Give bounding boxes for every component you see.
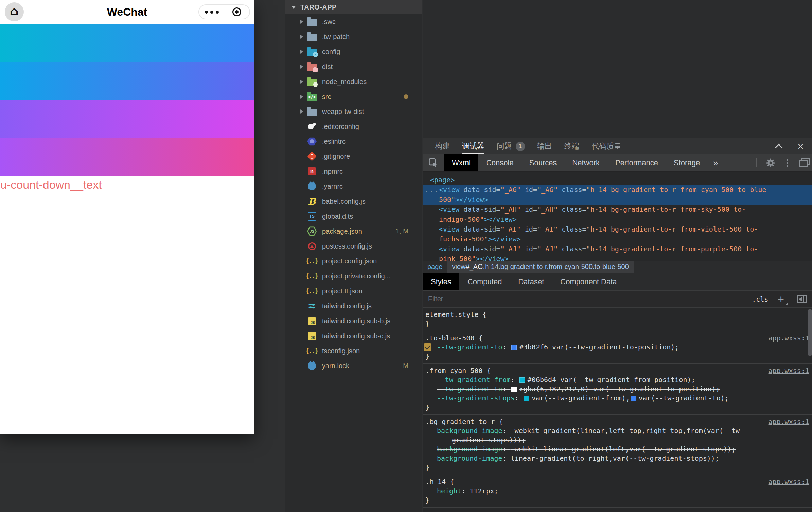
rule-selector[interactable]: .to-blue-500 { <box>423 334 812 343</box>
close-panel-icon[interactable]: × <box>797 141 804 152</box>
file-tree-item[interactable]: .eslintrc <box>285 134 422 149</box>
file-icon <box>306 151 318 162</box>
wxml-node-line[interactable]: pink-500"></view> <box>423 254 812 261</box>
file-tree-item[interactable]: {..}tsconfig.json <box>285 343 422 358</box>
color-swatch[interactable] <box>631 396 636 401</box>
css-property[interactable]: --tw-gradient-to: #3b82f6 var(--tw-gradi… <box>423 343 812 352</box>
stylesheet-link[interactable]: app.wxss:1 <box>769 477 809 487</box>
tab-dataset[interactable]: Dataset <box>510 273 552 290</box>
toggle-sidebar-icon[interactable] <box>797 295 807 303</box>
settings-gear-icon[interactable] <box>765 158 776 168</box>
gradient-bar <box>0 62 254 100</box>
panel-tab-调试器[interactable]: 调试器 <box>462 138 484 154</box>
wxml-node-line[interactable]: ...<view data-sid="_AG" id="_AG" class="… <box>423 185 812 195</box>
file-tree-item[interactable]: {..}project.tt.json <box>285 284 422 298</box>
file-tree-item[interactable]: .yarnrc <box>285 179 422 194</box>
filter-input[interactable]: Filter <box>428 295 443 303</box>
color-swatch[interactable] <box>511 345 517 350</box>
property-checkbox[interactable] <box>424 343 431 351</box>
file-label: config <box>322 48 340 56</box>
file-tree-item[interactable]: JSpackage.json1, M <box>285 224 422 239</box>
breadcrumb-item[interactable]: page <box>423 261 447 273</box>
file-tree-item[interactable]: ≈tailwind.config.js <box>285 298 422 313</box>
tab-network[interactable]: Network <box>564 154 607 171</box>
css-property[interactable]: background-image: linear-gradient(to rig… <box>423 454 812 463</box>
file-tree-item[interactable]: postcss.config.js <box>285 239 422 254</box>
breadcrumb-item[interactable]: view#_AG.h-14.bg-gradient-to-r.from-cyan… <box>447 261 634 273</box>
file-tree-item[interactable]: TSglobal.d.ts <box>285 209 422 224</box>
tab-performance[interactable]: Performance <box>607 154 666 171</box>
file-icon: {..} <box>306 270 318 282</box>
file-tree-item[interactable]: weapp-tw-dist <box>285 104 422 119</box>
color-swatch[interactable] <box>519 377 525 383</box>
more-menu-button[interactable] <box>199 11 224 14</box>
file-tree-item[interactable]: {..}project.private.config... <box>285 269 422 284</box>
wxml-node-line[interactable]: <page> <box>423 175 812 185</box>
new-style-rule-button[interactable]: + <box>778 294 788 305</box>
chevron-right-icon <box>300 65 303 69</box>
file-tree-item[interactable]: n.npmrc <box>285 164 422 179</box>
tab-storage[interactable]: Storage <box>666 154 708 171</box>
css-property[interactable]: --tw-gradient-stops: var(--tw-gradient-f… <box>423 394 812 403</box>
file-tree-item[interactable]: Bbabel.config.js <box>285 194 422 209</box>
rule-selector[interactable]: element.style { <box>423 310 812 319</box>
css-property[interactable]: background-image: -webkit-gradient(linea… <box>423 426 812 436</box>
close-record-button[interactable] <box>224 7 249 16</box>
file-tree-item[interactable]: {..}project.config.json <box>285 254 422 269</box>
tab-wxml[interactable]: Wxml <box>444 154 478 171</box>
more-tabs-button[interactable]: » <box>708 154 723 171</box>
tab-styles[interactable]: Styles <box>423 273 459 290</box>
color-swatch[interactable] <box>511 387 517 392</box>
file-tree-item[interactable]: .tw-patch <box>285 29 422 44</box>
css-property[interactable]: height: 112rpx; <box>423 487 812 496</box>
kebab-menu-icon[interactable] <box>784 159 790 167</box>
stylesheet-link[interactable]: app.wxss:1 <box>769 417 809 426</box>
file-label: .swc <box>322 18 336 26</box>
wxml-node-line[interactable]: indigo-500"></view> <box>423 215 812 224</box>
panel-tab-代码质量[interactable]: 代码质量 <box>592 138 621 154</box>
file-tree-item[interactable]: .editorconfig <box>285 119 422 134</box>
rule-close-brace: } <box>423 463 812 472</box>
devtools-panel-tabs: 构建调试器问题1输出终端代码质量× <box>423 138 812 154</box>
file-tree-item[interactable]: config <box>285 44 422 59</box>
wxml-node-line[interactable]: <view data-sid="_AH" id="_AH" class="h-1… <box>423 205 812 215</box>
dock-side-icon[interactable] <box>799 158 810 167</box>
stylesheet-link[interactable]: app.wxss:1 <box>769 334 809 343</box>
wxml-node-line[interactable]: 500"></view> <box>423 195 812 205</box>
css-property[interactable]: --tw-gradient-from: #06b6d4 var(--tw-gra… <box>423 375 812 385</box>
tab-component-data[interactable]: Component Data <box>552 273 625 290</box>
file-tree-item[interactable]: </>src <box>285 89 422 104</box>
file-tree-item[interactable]: JStailwind.config.sub-b.js <box>285 313 422 328</box>
file-icon: B <box>306 195 318 207</box>
file-tree-item[interactable]: .gitignore <box>285 149 422 164</box>
collapse-panel-icon[interactable] <box>775 143 782 149</box>
file-tree-item[interactable]: node_modules <box>285 74 422 89</box>
rule-selector[interactable]: .h-14 { <box>423 477 812 487</box>
wxml-node-line[interactable]: <view data-sid="_AI" id="_AI" class="h-1… <box>423 224 812 234</box>
folder-icon <box>306 106 318 117</box>
wxml-node-line[interactable]: <view data-sid="_AJ" id="_AJ" class="h-1… <box>423 244 812 254</box>
file-tree-item[interactable]: dist <box>285 59 422 74</box>
tab-sources[interactable]: Sources <box>522 154 565 171</box>
wxml-node-line[interactable]: fuchsia-500"></view> <box>423 234 812 244</box>
panel-tab-终端[interactable]: 终端 <box>564 138 579 154</box>
stylesheet-link[interactable]: app.wxss:1 <box>769 366 809 375</box>
css-property[interactable]: background-image: -webkit-linear-gradien… <box>423 445 812 454</box>
rule-selector[interactable]: .from-cyan-500 { <box>423 366 812 375</box>
css-rule-block: .from-cyan-500 {app.wxss:1--tw-gradient-… <box>423 364 812 415</box>
panel-tab-输出[interactable]: 输出 <box>537 138 552 154</box>
tab-console[interactable]: Console <box>478 154 522 171</box>
panel-tab-问题[interactable]: 问题1 <box>497 138 525 154</box>
file-tree-item[interactable]: JStailwind.config.sub-c.js <box>285 328 422 343</box>
color-swatch[interactable] <box>524 396 529 401</box>
inspect-element-button[interactable] <box>423 154 444 171</box>
rule-selector[interactable]: .bg-gradient-to-r { <box>423 417 812 426</box>
toggle-class-button[interactable]: .cls <box>752 295 768 303</box>
explorer-root-row[interactable]: TARO-APP <box>285 0 422 14</box>
file-tree-item[interactable]: .swc <box>285 14 422 29</box>
tab-computed[interactable]: Computed <box>459 273 510 290</box>
file-tree-item[interactable]: yarn.lockM <box>285 358 422 373</box>
wechat-navbar: ⌂ WeChat <box>0 0 254 24</box>
panel-tab-构建[interactable]: 构建 <box>435 138 450 154</box>
css-property[interactable]: --tw-gradient-to: rgba(6,182,212,0) var(… <box>423 385 812 394</box>
